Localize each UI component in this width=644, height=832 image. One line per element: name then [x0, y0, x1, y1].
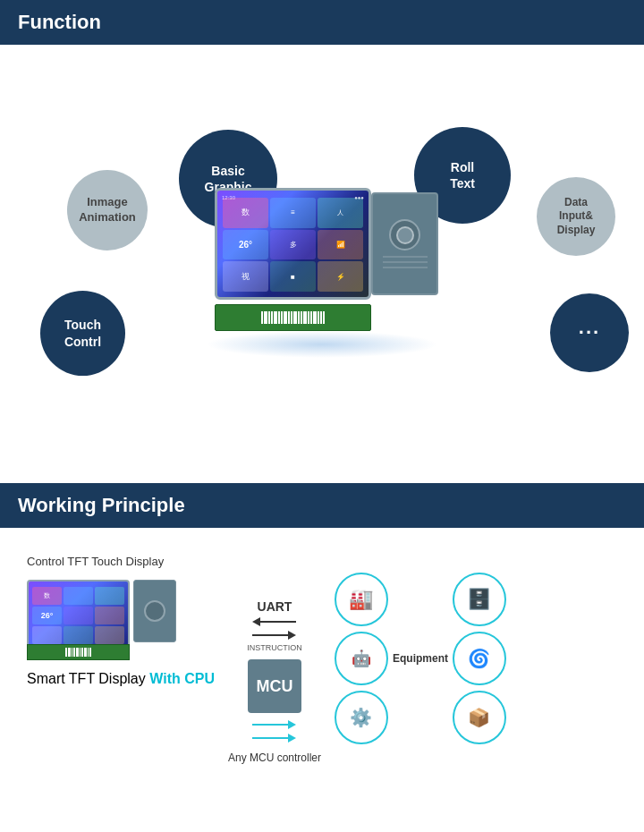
working-layout: Control TFT Touch Display 数 26°	[27, 555, 617, 764]
module-circle	[389, 219, 420, 250]
arrow-left-2	[252, 631, 296, 640]
bubble-touch-contrl: TouchContrl	[40, 291, 125, 376]
small-module-circle	[144, 600, 165, 622]
sc9	[95, 626, 124, 644]
screen-cell-2: ≡	[270, 198, 316, 228]
sc7	[32, 626, 62, 644]
bubble-data-input: DataInput&Display	[537, 177, 615, 256]
smart-tft-text: Smart TFT Display	[27, 671, 149, 686]
screen-cell-7: 视	[223, 261, 268, 292]
equipment-section: 🏭 🗄️ 🤖 Equipment 🌀 ⚙️ 📦	[335, 555, 506, 744]
arrows-left	[252, 617, 296, 640]
small-device: 数 26°	[27, 580, 176, 651]
with-cpu-text: With CPU	[149, 671, 215, 686]
sc6	[95, 607, 124, 624]
arrow-right-1	[252, 720, 296, 729]
small-pcb	[27, 644, 130, 660]
screen-cell-1: 数	[223, 198, 268, 228]
equip-empty-top	[394, 573, 447, 626]
bubble-more: ···	[550, 293, 629, 372]
equip-empty-bot	[394, 691, 447, 744]
small-barcode	[65, 648, 91, 657]
screen-cell-3: 人	[318, 198, 363, 228]
sc3	[95, 587, 124, 605]
equipment-grid: 🏭 🗄️ 🤖 Equipment 🌀 ⚙️ 📦	[335, 573, 506, 744]
arrows-right	[252, 720, 296, 743]
working-section: Working Principle Control TFT Touch Disp…	[0, 483, 644, 791]
device-module	[371, 192, 438, 295]
sc5	[64, 607, 93, 624]
small-screen: 数 26°	[27, 580, 130, 651]
arrow-left-1	[252, 617, 296, 626]
device-screen: 12:30 ●●● 数 ≡ 人 26° 多 📶 视 ■ ⚡	[215, 188, 371, 300]
screen-ui: 数 ≡ 人 26° 多 📶 视 ■ ⚡	[217, 191, 369, 297]
device-shadow	[206, 331, 438, 358]
equip-vending: 🏭	[335, 573, 388, 626]
device-display: 12:30 ●●● 数 ≡ 人 26° 多 📶 视 ■ ⚡	[197, 179, 447, 358]
device-pcb	[215, 304, 371, 331]
screen-cell-6: 📶	[318, 230, 363, 260]
function-header: Function	[0, 0, 644, 45]
mcu-box: MCU	[248, 659, 301, 713]
small-module	[133, 580, 176, 642]
equip-machine: ⚙️	[335, 691, 388, 744]
sc8	[64, 626, 93, 644]
screen-cell-temp: 26°	[223, 230, 268, 260]
sc1: 数	[32, 587, 62, 605]
working-header: Working Principle	[0, 483, 644, 528]
any-mcu-label: Any MCU controller	[228, 751, 321, 764]
function-content: InmageAnimation BasicGraphic QRCode Roll…	[0, 45, 644, 483]
equip-robot: 🤖	[335, 632, 388, 685]
working-left: Control TFT Touch Display 数 26°	[27, 555, 215, 687]
screen-cell-8: ■	[270, 261, 316, 292]
equip-oven: 📦	[453, 691, 506, 744]
equip-label-center: Equipment	[394, 632, 447, 685]
uart-mcu-section: UART INSTRUCTION MCU	[228, 599, 321, 764]
screen-cell-5: 多	[270, 230, 316, 260]
sc2	[64, 587, 93, 605]
instruction-label: INSTRUCTION	[247, 643, 302, 652]
equip-washer: 🌀	[453, 632, 506, 685]
sc-temp: 26°	[32, 607, 62, 624]
arrow-right-2	[252, 734, 296, 743]
small-screen-grid: 数 26°	[29, 582, 128, 649]
equip-cabinet: 🗄️	[453, 573, 506, 626]
function-section: Function InmageAnimation BasicGraphic QR…	[0, 0, 644, 483]
smart-tft-label: Smart TFT Display With CPU	[27, 671, 215, 687]
uart-label: UART	[258, 599, 292, 614]
bubbles-container: InmageAnimation BasicGraphic QRCode Roll…	[18, 63, 626, 456]
screen-cell-9: ⚡	[318, 261, 363, 292]
barcode	[261, 311, 325, 324]
working-content: Control TFT Touch Display 数 26°	[0, 528, 644, 791]
small-screen-wrapper: 数 26°	[27, 580, 130, 651]
screen-topbar: 12:30 ●●●	[222, 193, 364, 202]
module-circle-inner	[396, 226, 414, 244]
control-label: Control TFT Touch Display	[27, 555, 164, 568]
bubble-inimage-animation: InmageAnimation	[67, 170, 148, 250]
